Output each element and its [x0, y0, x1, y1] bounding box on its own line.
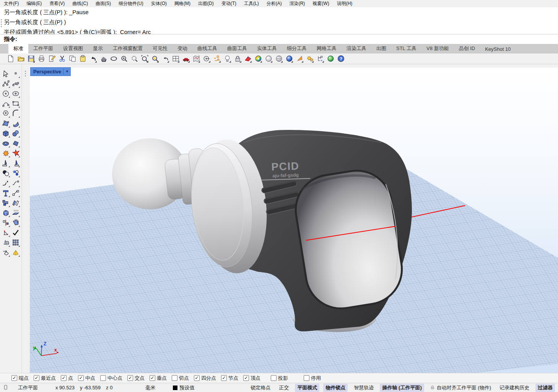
sidebar-solid-edit-icon[interactable] — [1, 208, 10, 217]
sidebar-trim-icon[interactable] — [1, 158, 10, 168]
sidebar-select-icon[interactable] — [1, 69, 10, 78]
osnap-item-3[interactable]: ✓中点 — [78, 375, 95, 382]
sidebar-primitives-icon[interactable] — [1, 238, 10, 247]
status-toggle-0[interactable]: 锁定格点 — [248, 384, 273, 392]
map-distance-icon[interactable] — [192, 55, 200, 63]
pan-hand-icon[interactable] — [99, 55, 107, 63]
toolbar-tab-细分工具[interactable]: 细分工具 — [282, 44, 312, 53]
osnap-item-6[interactable]: ✓垂点 — [150, 375, 167, 382]
orbit-icon[interactable] — [109, 55, 118, 63]
sidebar-extract-icon[interactable] — [11, 148, 20, 158]
sidebar-arc-icon[interactable] — [1, 99, 10, 108]
gears-icon[interactable] — [306, 55, 314, 63]
chevron-down-icon[interactable]: ▼ — [65, 70, 69, 73]
toolbar-tab-设置视图[interactable]: 设置视图 — [58, 44, 88, 53]
display-mode-icon[interactable] — [244, 55, 252, 63]
menu-item-d[interactable]: 出图(D) — [194, 0, 218, 7]
osnap-checkbox-1[interactable]: ✓ — [34, 375, 39, 381]
toolbar-tab-stl-工具[interactable]: STL 工具 — [391, 44, 421, 53]
osnap-item-8[interactable]: ✓四分点 — [194, 375, 216, 382]
viewport-title-tab[interactable]: Perspective ▼ — [31, 68, 70, 76]
status-unit[interactable]: 毫米 — [143, 384, 158, 392]
sidebar-pyramid-icon[interactable] — [11, 248, 20, 257]
zoom-dynamic-icon[interactable] — [130, 55, 138, 63]
sidebar-torus-icon[interactable] — [1, 138, 10, 148]
zoom-selected-icon[interactable] — [151, 55, 159, 63]
cone-icon[interactable] — [295, 55, 304, 63]
menu-item-s[interactable]: 曲面(S) — [92, 0, 115, 7]
command-prompt[interactable]: 指令: — [0, 34, 558, 44]
sidebar-fillet-curve-icon[interactable] — [1, 178, 10, 188]
sidebar-text-icon[interactable] — [1, 188, 10, 198]
undo-view-icon[interactable] — [161, 55, 169, 63]
menu-item-f[interactable]: 文件(F) — [0, 0, 23, 7]
toolbar-tab-可见性[interactable]: 可见性 — [148, 44, 172, 53]
open-folder-icon[interactable] — [16, 55, 25, 63]
toolbar-tab-曲面工具[interactable]: 曲面工具 — [222, 44, 252, 53]
color-wheel-icon[interactable] — [254, 55, 262, 63]
osnap-item-9[interactable]: ✓节点 — [221, 375, 238, 382]
status-toggle-8[interactable]: 过滤器 — [535, 384, 555, 392]
toolbar-tab-曲线工具[interactable]: 曲线工具 — [192, 44, 222, 53]
toolbar-tab-工作平面[interactable]: 工作平面 — [28, 44, 58, 53]
osnap-item-11[interactable]: 投影 — [271, 375, 288, 382]
status-toggle-4[interactable]: 智慧轨迹 — [351, 384, 376, 392]
menu-item-v[interactable]: 查看(V) — [46, 0, 68, 7]
toolbar-tab-渲染工具[interactable]: 渲染工具 — [342, 44, 371, 53]
sidebar-check-icon[interactable] — [11, 228, 20, 237]
status-grid-icon[interactable] — [3, 385, 9, 390]
sidebar-polygon-icon[interactable] — [1, 109, 10, 118]
osnap-checkbox-9[interactable]: ✓ — [221, 375, 227, 381]
zoom-in-icon[interactable] — [120, 55, 128, 63]
sidebar-curve-through-icon[interactable] — [11, 79, 20, 88]
toolbar-tab-实体工具[interactable]: 实体工具 — [252, 44, 282, 53]
status-layer[interactable]: 预设值 — [173, 384, 194, 391]
sidebar-point-icon[interactable] — [11, 69, 20, 78]
sidebar-boolean-points-icon[interactable] — [11, 168, 20, 178]
new-file-icon[interactable] — [6, 55, 15, 63]
osnap-checkbox-4[interactable] — [100, 375, 106, 381]
lock-icon[interactable] — [233, 55, 242, 63]
osnap-checkbox-5[interactable]: ✓ — [127, 375, 133, 381]
osnap-item-7[interactable]: 切点 — [172, 375, 189, 382]
toolbar-tab-出图[interactable]: 出图 — [371, 44, 391, 53]
sidebar-split-icon[interactable] — [11, 158, 20, 168]
sidebar-drag-icon[interactable] — [1, 248, 10, 257]
sidebar-surface-3pt-icon[interactable] — [1, 118, 10, 128]
command-history[interactable]: 另一角或长度 ( 三点(P) ): _Pause另一角或长度 ( 三点(P) )… — [4, 7, 558, 34]
osnap-item-4[interactable]: 中心点 — [100, 375, 122, 382]
osnap-item-5[interactable]: ✓交点 — [127, 375, 145, 382]
sphere-gray-icon[interactable] — [264, 55, 273, 63]
sidebar-extrude-icon[interactable] — [11, 208, 20, 217]
sphere-wire-icon[interactable] — [275, 55, 283, 63]
cplane-icon[interactable] — [202, 55, 211, 63]
print-icon[interactable] — [37, 55, 46, 63]
menu-item-c[interactable]: 曲线(C) — [68, 0, 92, 7]
edit-doc-icon[interactable] — [47, 55, 56, 63]
osnap-checkbox-6[interactable]: ✓ — [150, 375, 155, 381]
toolbar-tab-显示[interactable]: 显示 — [88, 44, 108, 53]
osnap-item-0[interactable]: ✓端点 — [11, 375, 29, 382]
status-toggle-5[interactable]: 操作轴 (工作平面) — [380, 384, 424, 392]
osnap-settings-icon[interactable] — [213, 55, 221, 63]
menu-item-l[interactable]: 工具(L) — [240, 0, 263, 7]
copy-icon[interactable] — [68, 55, 76, 63]
osnap-item-2[interactable]: ✓点 — [61, 375, 73, 382]
viewport-layout-icon[interactable] — [171, 55, 180, 63]
status-toggle-2[interactable]: 平面模式 — [295, 384, 319, 392]
menu-item-r[interactable]: 渲染(R) — [286, 0, 309, 7]
help-icon[interactable]: ? — [337, 55, 345, 63]
menu-item-w[interactable]: 视窗(W) — [309, 0, 333, 7]
menu-item-e[interactable]: 编辑(E) — [23, 0, 46, 7]
toolbar-tab-品创-id[interactable]: 品创 ID — [454, 44, 480, 53]
globe-green-icon[interactable] — [326, 55, 335, 63]
save-icon[interactable] — [27, 55, 35, 63]
sidebar-ellipse-icon[interactable] — [11, 89, 20, 98]
sidebar-copy-tilt-icon[interactable] — [11, 218, 20, 227]
sidebar-array-linear-icon[interactable] — [1, 218, 10, 227]
menu-item-o[interactable]: 实体(O) — [147, 0, 171, 7]
sidebar-spheres-icon[interactable] — [11, 128, 20, 138]
sidebar-surface-curved-icon[interactable] — [11, 118, 20, 128]
sidebar-move-points-icon[interactable] — [11, 188, 20, 198]
paste-icon[interactable] — [78, 55, 87, 63]
